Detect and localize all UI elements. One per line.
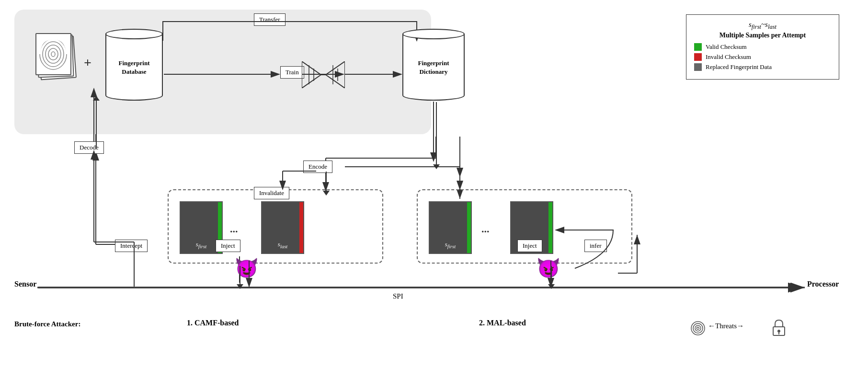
inject-left-box: Inject	[216, 240, 240, 252]
fingerprint-dictionary-cylinder: Fingerprint Dictionary	[402, 29, 465, 101]
fingerprint-database-label: Fingerprint Database	[106, 59, 162, 76]
decode-up-arrow	[93, 96, 100, 149]
svg-marker-28	[302, 61, 321, 88]
spi-label: SPI	[393, 292, 403, 300]
invalidate-box: Invalidate	[254, 187, 289, 199]
processor-label: Processor	[807, 280, 839, 288]
legend-box: sfirst~slast Multiple Samples per Attemp…	[686, 14, 839, 80]
svg-point-25	[46, 45, 61, 63]
svg-point-36	[693, 323, 703, 333]
legend-title-text: Multiple Samples per Attempt	[694, 32, 831, 39]
right-s-first-label: sfirst	[430, 241, 471, 249]
sensor-label: Sensor	[14, 280, 36, 288]
legend-invalid-label: Invalid Checksum	[706, 53, 751, 61]
svg-point-23	[40, 39, 67, 69]
dict-to-encode-arrow	[433, 102, 440, 169]
transfer-box: Transfer	[254, 13, 286, 26]
threats-text: ←Threats→	[708, 322, 744, 330]
threats-fingerprint-icon	[690, 320, 707, 339]
intercept-box: Intercept	[115, 240, 148, 252]
legend-invalid-checksum: Invalid Checksum	[694, 53, 831, 61]
fingerprint-dictionary-label: Fingerprint Dictionary	[403, 59, 464, 76]
svg-marker-29	[326, 61, 345, 88]
svg-point-40	[777, 330, 780, 333]
diagram-container: + Fingerprint Database Fingerprint Dicti…	[0, 0, 868, 380]
infer-box: infer	[584, 240, 607, 252]
lock-icon	[771, 319, 787, 338]
legend-green-box	[694, 43, 702, 51]
right-ellipsis: ...	[481, 223, 490, 235]
mal-based-label: 2. MAL-based	[479, 319, 526, 327]
plus-sign: +	[84, 55, 91, 70]
svg-point-38	[697, 327, 699, 330]
right-s-first-frame: sfirst	[429, 201, 472, 254]
legend-replaced-data: Replaced Fingerprint Data	[694, 63, 831, 71]
brute-force-label: Brute-force Attacker:	[14, 320, 80, 328]
inject-right-box: Inject	[517, 240, 542, 252]
bowtie-shape	[302, 61, 345, 90]
legend-title-math: sfirst~slast	[694, 21, 831, 31]
fingerprint-database-cylinder: Fingerprint Database	[105, 29, 163, 101]
left-s-last-frame: slast	[261, 201, 304, 254]
svg-point-27	[51, 52, 55, 57]
left-s-last-label: slast	[262, 241, 303, 249]
legend-replaced-label: Replaced Fingerprint Data	[706, 63, 772, 71]
legend-red-box	[694, 53, 702, 61]
left-ellipsis: ...	[230, 223, 238, 235]
legend-valid-label: Valid Checksum	[706, 43, 747, 51]
fingerprint-stack-icon	[26, 29, 84, 86]
svg-point-37	[695, 325, 701, 331]
legend-valid-checksum: Valid Checksum	[694, 43, 831, 51]
camf-to-spi-arrow	[237, 266, 243, 289]
train-box: Train	[280, 66, 304, 79]
mal-to-spi-arrow	[548, 266, 555, 289]
encode-to-left-arrow	[323, 172, 330, 196]
svg-point-26	[48, 48, 58, 60]
legend-gray-box	[694, 63, 702, 71]
camf-based-label: 1. CAMF-based	[187, 319, 239, 327]
